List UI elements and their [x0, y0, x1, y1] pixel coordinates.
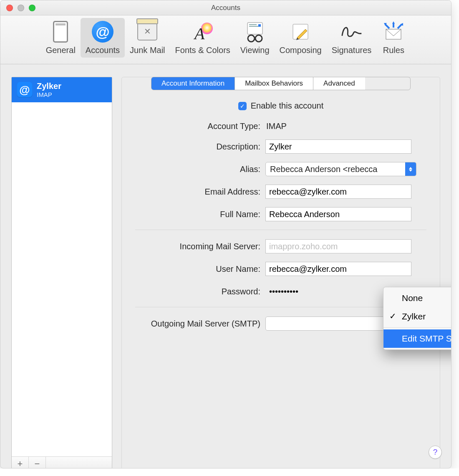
toolbar-fonts-colors[interactable]: A Fonts & Colors	[170, 18, 235, 58]
popup-arrows-icon	[405, 162, 416, 176]
svg-rect-3	[249, 24, 257, 25]
svg-marker-13	[392, 21, 395, 24]
accounts-icon: @	[91, 20, 115, 44]
toolbar-label: General	[46, 46, 76, 55]
toolbar-general[interactable]: General	[41, 18, 81, 58]
smtp-menu-item-edit-list[interactable]: Edit SMTP Server List...	[383, 329, 451, 348]
smtp-dropdown-menu: None ✓ Zylker Edit SMTP Server List...	[383, 287, 451, 350]
remove-account-button[interactable]: −	[29, 457, 46, 468]
add-account-button[interactable]: +	[12, 457, 29, 468]
detail-tabs: Account Information Mailbox Behaviors Ad…	[151, 77, 411, 90]
svg-text:A: A	[193, 24, 205, 43]
preferences-toolbar: General @ Accounts ✕ Junk Mail A Fonts &…	[0, 15, 451, 64]
traffic-lights	[6, 5, 35, 11]
enable-account-checkbox[interactable]: ✓	[238, 102, 247, 110]
account-name: Zylker	[37, 81, 61, 91]
toolbar-signatures[interactable]: Signatures	[327, 18, 377, 58]
description-label: Description:	[135, 142, 265, 152]
incoming-server-label: Incoming Mail Server:	[135, 242, 265, 251]
checkmark-icon: ✓	[389, 311, 396, 321]
preferences-window: Accounts General @ Accounts ✕ Junk Mail …	[0, 0, 451, 468]
svg-point-7	[255, 35, 262, 42]
email-label: Email Address:	[135, 187, 265, 197]
toolbar-rules[interactable]: Rules	[376, 18, 411, 58]
account-detail-pane: Account Information Mailbox Behaviors Ad…	[121, 77, 440, 468]
username-label: User Name:	[135, 264, 265, 274]
toolbar-junk-mail[interactable]: ✕ Junk Mail	[125, 18, 170, 58]
smtp-menu-item-none[interactable]: None	[383, 289, 451, 307]
svg-rect-11	[386, 29, 401, 39]
svg-rect-5	[258, 24, 261, 27]
content-area: @ Zylker IMAP + − Account Information Ma…	[0, 64, 451, 468]
titlebar: Accounts	[0, 0, 451, 15]
alias-popup[interactable]: Rebecca Anderson <rebecca	[265, 162, 416, 176]
toolbar-composing[interactable]: Composing	[275, 18, 327, 58]
username-input[interactable]	[265, 262, 411, 276]
toolbar-label: Viewing	[240, 46, 270, 55]
window-title: Accounts	[211, 4, 240, 12]
zoom-window-button[interactable]	[29, 5, 35, 11]
rules-icon	[381, 20, 406, 44]
divider	[135, 230, 426, 230]
general-icon	[48, 20, 73, 44]
toolbar-label: Junk Mail	[130, 46, 165, 55]
svg-rect-4	[249, 26, 258, 27]
description-input[interactable]	[265, 139, 411, 154]
email-input[interactable]	[265, 185, 411, 199]
signatures-icon	[340, 20, 364, 44]
fullname-label: Full Name:	[135, 210, 265, 219]
composing-icon	[288, 20, 313, 44]
account-item[interactable]: @ Zylker IMAP	[12, 77, 112, 102]
fullname-input[interactable]	[265, 207, 411, 221]
menu-separator	[383, 327, 451, 328]
svg-point-6	[248, 35, 255, 42]
close-window-button[interactable]	[6, 5, 13, 11]
at-sign-icon: @	[17, 82, 33, 98]
toolbar-label: Signatures	[332, 46, 372, 55]
sidebar-controls: + −	[12, 456, 112, 468]
smtp-menu-item-zylker[interactable]: ✓ Zylker	[383, 307, 451, 326]
toolbar-label: Accounts	[86, 46, 120, 55]
toolbar-label: Rules	[381, 46, 406, 55]
password-label: Password:	[135, 287, 265, 296]
account-type-value: IMAP	[265, 122, 426, 131]
tab-mailbox-behaviors[interactable]: Mailbox Behaviors	[235, 77, 313, 90]
toolbar-accounts[interactable]: @ Accounts	[81, 18, 125, 58]
alias-label: Alias:	[135, 165, 265, 174]
toolbar-label: Composing	[280, 46, 322, 55]
alias-value: Rebecca Anderson <rebecca	[270, 165, 377, 174]
minimize-window-button[interactable]	[18, 5, 24, 11]
toolbar-viewing[interactable]: Viewing	[235, 18, 275, 58]
tab-account-information[interactable]: Account Information	[151, 77, 235, 90]
accounts-list[interactable]: @ Zylker IMAP	[12, 77, 112, 456]
enable-account-label: Enable this account	[251, 101, 324, 111]
help-button[interactable]: ?	[429, 446, 442, 459]
incoming-server-input[interactable]	[265, 239, 411, 253]
junk-mail-icon: ✕	[135, 20, 159, 44]
toolbar-label: Fonts & Colors	[175, 46, 230, 55]
accounts-sidebar: @ Zylker IMAP + −	[11, 77, 112, 468]
smtp-label: Outgoing Mail Server (SMTP)	[135, 319, 265, 329]
account-protocol: IMAP	[37, 91, 61, 98]
viewing-icon	[243, 20, 267, 44]
account-type-label: Account Type:	[135, 122, 265, 131]
tab-advanced[interactable]: Advanced	[313, 77, 365, 90]
fonts-colors-icon: A	[191, 20, 215, 44]
